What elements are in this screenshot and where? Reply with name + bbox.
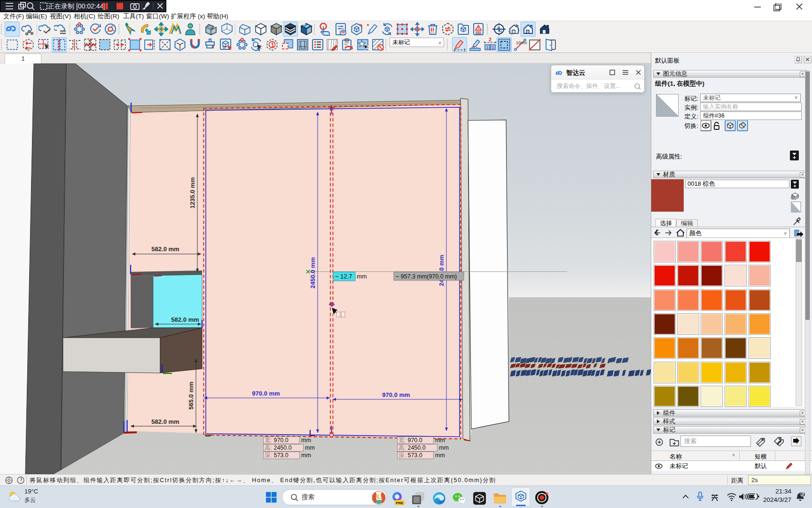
svg-text:~ 957.3 mm(970.0 mm): ~ 957.3 mm(970.0 mm) bbox=[396, 273, 457, 280]
svg-text:2450.0 mm: 2450.0 mm bbox=[309, 257, 316, 289]
svg-text:1: 1 bbox=[271, 41, 274, 48]
svg-text:582.0 mm: 582.0 mm bbox=[151, 246, 179, 253]
svg-text:970.0 mm: 970.0 mm bbox=[252, 390, 280, 397]
svg-text:mm: mm bbox=[357, 273, 367, 280]
svg-text:~ 12.7: ~ 12.7 bbox=[335, 273, 352, 280]
svg-text:970.0 mm: 970.0 mm bbox=[382, 391, 410, 398]
svg-text:2: 2 bbox=[489, 38, 492, 42]
svg-text:M: M bbox=[499, 30, 502, 33]
svg-text:2450.0 mm: 2450.0 mm bbox=[438, 255, 445, 286]
svg-text:582.0 mm: 582.0 mm bbox=[151, 418, 179, 425]
svg-text:565.0 mm: 565.0 mm bbox=[187, 381, 195, 409]
svg-text:1: 1 bbox=[492, 45, 494, 50]
svg-text:正在录制 [00:02:44]: 正在录制 [00:02:44] bbox=[48, 2, 105, 10]
svg-text:1235.0 mm: 1235.0 mm bbox=[189, 177, 196, 209]
svg-text:10mm: 10mm bbox=[516, 40, 527, 45]
svg-text:PRE: PRE bbox=[396, 501, 404, 505]
svg-text:582.0 mm: 582.0 mm bbox=[171, 316, 199, 323]
svg-text:C: C bbox=[497, 26, 500, 29]
svg-text:1: 1 bbox=[486, 45, 489, 50]
